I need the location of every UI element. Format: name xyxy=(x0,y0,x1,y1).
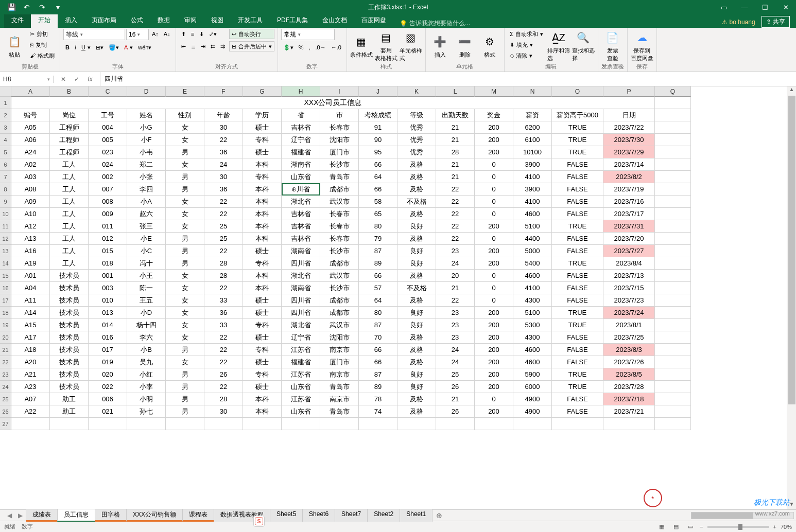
cell[interactable]: 024 xyxy=(89,158,127,171)
cell[interactable]: 专科 xyxy=(243,368,282,381)
cell[interactable]: 87 xyxy=(359,245,397,257)
cell[interactable]: 长春市 xyxy=(320,233,359,245)
cell[interactable]: 4600 xyxy=(513,208,552,220)
cell[interactable] xyxy=(475,418,513,430)
cell[interactable] xyxy=(655,393,691,405)
cell[interactable]: 硕士 xyxy=(243,307,282,319)
baidu-save-button[interactable]: ☁保存到 百度网盘 xyxy=(631,29,653,63)
cell[interactable]: 36 xyxy=(204,146,243,158)
cell[interactable]: 女 xyxy=(166,356,204,368)
cell[interactable]: 福建省 xyxy=(282,356,320,368)
cell[interactable]: 0 xyxy=(475,282,513,294)
cell[interactable]: 66 xyxy=(359,183,397,196)
column-header-K[interactable]: K xyxy=(397,86,436,97)
select-all-corner[interactable] xyxy=(0,86,11,97)
cancel-formula-button[interactable]: ✕ xyxy=(58,76,69,83)
cell[interactable]: 019 xyxy=(89,356,127,368)
cell[interactable]: 江苏省 xyxy=(282,368,320,381)
cell[interactable]: 017 xyxy=(89,344,127,356)
cell[interactable] xyxy=(655,282,691,294)
row-header[interactable]: 20 xyxy=(0,331,11,344)
cell[interactable]: A22 xyxy=(11,405,50,418)
conditional-format-button[interactable]: ▦条件格式 xyxy=(350,29,373,63)
cell[interactable]: 4300 xyxy=(513,331,552,344)
cell[interactable]: FALSE xyxy=(552,344,603,356)
cell[interactable]: 不及格 xyxy=(397,282,436,294)
cell[interactable]: 辽宁省 xyxy=(282,134,320,146)
cell[interactable]: 工程师 xyxy=(50,121,89,134)
tab-home[interactable]: 开始 xyxy=(31,13,58,28)
cell[interactable]: 200 xyxy=(475,381,513,393)
cell[interactable]: 89 xyxy=(359,257,397,270)
cell[interactable]: 009 xyxy=(89,208,127,220)
cell[interactable]: 湖北省 xyxy=(282,196,320,208)
cell[interactable]: 2023/7/18 xyxy=(603,393,655,405)
formula-input[interactable]: 四川省 xyxy=(100,72,796,86)
cell[interactable] xyxy=(655,233,691,245)
cell[interactable]: 64 xyxy=(359,171,397,183)
cell[interactable]: A13 xyxy=(11,233,50,245)
cell[interactable]: 022 xyxy=(89,381,127,393)
header-cell[interactable]: 岗位 xyxy=(50,109,89,121)
increase-font-button[interactable]: A↑ xyxy=(150,29,161,39)
cell[interactable]: 硕士 xyxy=(243,146,282,158)
cell[interactable]: 工人 xyxy=(50,257,89,270)
cell[interactable]: 及格 xyxy=(397,356,436,368)
cell[interactable] xyxy=(655,245,691,257)
number-format-combo[interactable]: 常规▾ xyxy=(281,29,335,40)
cell[interactable] xyxy=(655,405,691,418)
column-header-O[interactable]: O xyxy=(552,86,603,97)
cell[interactable]: A11 xyxy=(11,294,50,307)
align-right-button[interactable]: ⇥ xyxy=(199,41,207,51)
phonetic-button[interactable]: wén▾ xyxy=(136,42,153,52)
cell[interactable]: 青岛市 xyxy=(320,381,359,393)
cell[interactable]: 66 xyxy=(359,270,397,282)
cell[interactable]: 及格 xyxy=(397,393,436,405)
cell[interactable]: 技术员 xyxy=(50,344,89,356)
header-cell[interactable]: 出勤天数 xyxy=(436,109,475,121)
cell[interactable]: 2023/7/15 xyxy=(603,282,655,294)
tab-insert[interactable]: 插入 xyxy=(58,13,84,28)
cell[interactable]: 2023/7/19 xyxy=(603,183,655,196)
cell[interactable]: 硕士 xyxy=(243,356,282,368)
header-cell[interactable]: 考核成绩 xyxy=(359,109,397,121)
cell[interactable]: 沈阳市 xyxy=(320,331,359,344)
row-header[interactable]: 12 xyxy=(0,233,11,245)
cell[interactable]: 小C xyxy=(127,245,166,257)
cell[interactable]: 5100 xyxy=(513,220,552,233)
row-header[interactable]: 1 xyxy=(0,97,11,109)
cell[interactable]: 2023/7/27 xyxy=(603,245,655,257)
cell[interactable] xyxy=(320,418,359,430)
cell[interactable]: 赵六 xyxy=(127,208,166,220)
column-header-D[interactable]: D xyxy=(127,86,166,97)
cell[interactable]: 及格 xyxy=(397,208,436,220)
italic-button[interactable]: I xyxy=(73,42,78,52)
cell[interactable]: 004 xyxy=(89,121,127,134)
cell[interactable]: 本科 xyxy=(243,405,282,418)
cell[interactable]: 4900 xyxy=(513,393,552,405)
cell[interactable]: 30 xyxy=(204,171,243,183)
cell[interactable]: 技术员 xyxy=(50,282,89,294)
cell[interactable]: 长春市 xyxy=(320,220,359,233)
row-header[interactable]: 17 xyxy=(0,294,11,307)
cell[interactable]: 南京市 xyxy=(320,393,359,405)
comma-button[interactable]: , xyxy=(306,42,312,52)
tab-view[interactable]: 视图 xyxy=(204,13,231,28)
cell[interactable]: 008 xyxy=(89,196,127,208)
cell[interactable]: A05 xyxy=(11,121,50,134)
cell[interactable]: 良好 xyxy=(397,368,436,381)
cell[interactable]: FALSE xyxy=(552,393,603,405)
cell[interactable]: 28 xyxy=(204,270,243,282)
autosum-button[interactable]: Σ 自动求和▾ xyxy=(508,29,545,39)
cell[interactable]: 2023/7/22 xyxy=(603,121,655,134)
cell[interactable] xyxy=(655,220,691,233)
cell[interactable]: 012 xyxy=(89,233,127,245)
cell[interactable]: 36 xyxy=(204,183,243,196)
find-select-button[interactable]: 🔍查找和选择 xyxy=(572,29,595,63)
grid[interactable]: 1XXX公司员工信息2编号岗位工号姓名性别年龄学历省市考核成绩等级出勤天数奖金薪… xyxy=(0,97,787,430)
cell[interactable]: FALSE xyxy=(552,356,603,368)
cell[interactable]: 20 xyxy=(436,270,475,282)
cell[interactable]: 28 xyxy=(204,393,243,405)
cell[interactable]: 10100 xyxy=(513,146,552,158)
cell[interactable]: 及格 xyxy=(397,294,436,307)
